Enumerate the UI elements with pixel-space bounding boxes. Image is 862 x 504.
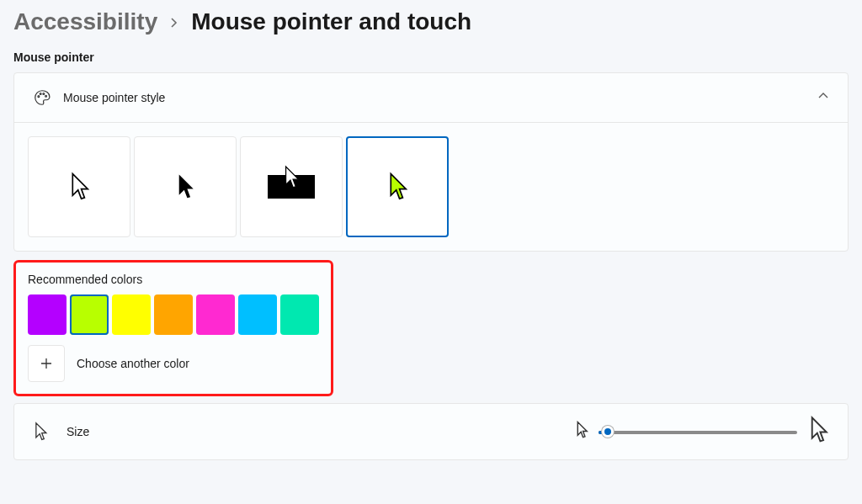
color-swatch[interactable] xyxy=(196,294,235,335)
chevron-up-icon xyxy=(817,90,829,105)
slider-thumb[interactable] xyxy=(602,426,614,438)
svg-point-2 xyxy=(43,93,45,95)
recommended-colors-title: Recommended colors xyxy=(28,273,319,286)
pointer-style-body xyxy=(14,123,848,251)
breadcrumb-current: Mouse pointer and touch xyxy=(191,8,471,35)
cursor-black-icon xyxy=(174,172,196,201)
svg-point-1 xyxy=(40,93,41,95)
section-heading: Mouse pointer xyxy=(0,35,862,69)
color-swatch[interactable] xyxy=(154,294,193,335)
size-label: Size xyxy=(67,425,563,438)
size-slider[interactable] xyxy=(599,423,797,440)
pointer-style-white[interactable] xyxy=(28,136,130,237)
chevron-right-icon xyxy=(169,13,179,32)
inverted-background xyxy=(268,175,315,199)
breadcrumb-parent[interactable]: Accessibility xyxy=(13,8,157,35)
pointer-style-custom[interactable] xyxy=(346,136,449,237)
size-row: Size xyxy=(13,403,849,460)
size-min-icon xyxy=(575,421,588,443)
svg-point-3 xyxy=(45,95,47,97)
cursor-custom-icon xyxy=(386,172,409,202)
pointer-style-expander-header[interactable]: Mouse pointer style xyxy=(14,73,848,123)
color-swatch[interactable] xyxy=(280,294,319,335)
color-swatch-row xyxy=(28,294,319,335)
cursor-inverted-icon xyxy=(282,165,301,190)
plus-icon xyxy=(28,345,65,382)
color-swatch[interactable] xyxy=(70,294,109,335)
color-swatch[interactable] xyxy=(28,294,67,335)
pointer-style-title: Mouse pointer style xyxy=(63,91,817,104)
pointer-style-black[interactable] xyxy=(134,136,237,237)
breadcrumb: Accessibility Mouse pointer and touch xyxy=(0,0,862,35)
pointer-style-card: Mouse pointer style xyxy=(13,72,849,252)
cursor-small-icon xyxy=(33,422,55,442)
choose-another-color-label: Choose another color xyxy=(77,357,189,370)
recommended-colors-panel: Recommended colors Choose another color xyxy=(13,260,333,396)
svg-point-0 xyxy=(38,96,40,98)
pointer-style-inverted[interactable] xyxy=(240,136,343,237)
color-swatch[interactable] xyxy=(112,294,151,335)
cursor-white-icon xyxy=(67,172,91,202)
color-swatch[interactable] xyxy=(238,294,277,335)
choose-another-color-button[interactable]: Choose another color xyxy=(28,345,319,382)
size-slider-wrap xyxy=(575,416,829,448)
pointer-style-options xyxy=(28,136,834,237)
size-max-icon xyxy=(807,416,829,448)
palette-icon xyxy=(33,88,63,107)
